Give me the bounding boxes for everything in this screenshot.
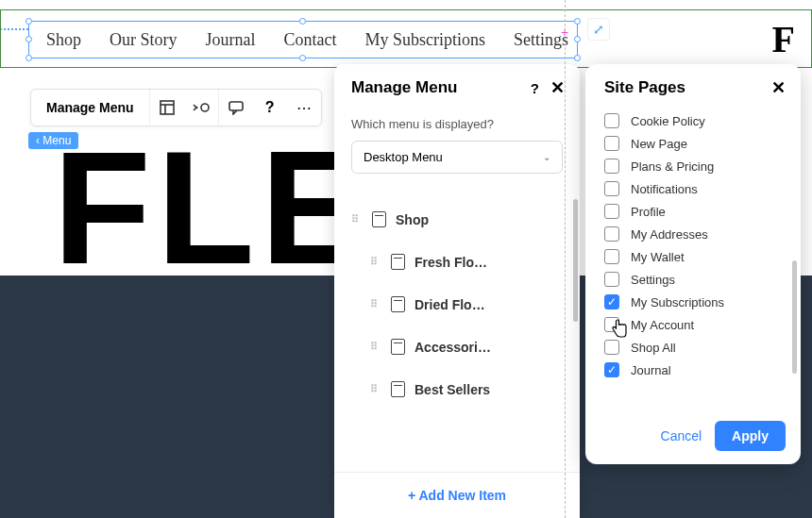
resize-handle[interactable]: [574, 18, 581, 25]
page-label: Plans & Pricing: [631, 159, 714, 174]
page-checkbox-row[interactable]: New Page: [604, 132, 784, 155]
menu-item-label: Accessori…: [414, 340, 491, 355]
page-icon: [391, 296, 405, 312]
page-icon: [391, 254, 405, 270]
dropdown-value: Desktop Menu: [364, 150, 443, 164]
site-pages-panel: Site Pages ✕ Cookie PolicyNew PagePlans …: [585, 64, 801, 464]
resize-handle[interactable]: [574, 36, 581, 42]
checkbox[interactable]: [604, 362, 619, 377]
checkbox[interactable]: [604, 317, 619, 332]
menu-item-label: Shop: [396, 212, 429, 227]
scrollbar-thumb[interactable]: [792, 260, 797, 374]
checkbox[interactable]: [604, 272, 619, 287]
nav-item[interactable]: Journal: [206, 30, 256, 50]
checkbox[interactable]: [604, 340, 619, 355]
chevron-down-icon: ⌄: [543, 152, 550, 162]
checkbox[interactable]: [604, 226, 619, 242]
menu-items-list: ⠿Shop⠿Fresh Flo…⠿Dried Flo…⠿Accessori…⠿B…: [351, 198, 563, 410]
panel-title: Manage Menu: [351, 78, 457, 97]
menu-item-label: Dried Flo…: [414, 297, 485, 312]
nav-item[interactable]: Shop: [46, 30, 81, 50]
checkbox[interactable]: [604, 136, 619, 151]
page-label: New Page: [631, 137, 687, 151]
drag-handle-icon[interactable]: ⠿: [370, 341, 381, 353]
drag-handle-icon[interactable]: ⠿: [351, 213, 363, 226]
checkbox[interactable]: [604, 159, 619, 174]
page-label: Profile: [631, 205, 666, 219]
page-label: Cookie Policy: [631, 114, 705, 128]
brand-letter: F: [772, 17, 795, 61]
add-new-item-button[interactable]: + Add New Item: [334, 472, 580, 518]
menu-item-row[interactable]: ⠿Dried Flo…: [351, 283, 563, 326]
page-label: Shop All: [631, 341, 676, 355]
close-icon[interactable]: ✕: [550, 77, 565, 98]
page-checkbox-row[interactable]: My Subscriptions: [604, 291, 784, 313]
page-checkbox-row[interactable]: My Addresses: [604, 223, 784, 245]
scrollbar-thumb[interactable]: [573, 199, 578, 322]
checkbox[interactable]: [604, 294, 619, 309]
page-label: My Addresses: [631, 227, 708, 242]
page-label: My Account: [631, 318, 694, 332]
page-icon: [391, 381, 405, 397]
resize-handle[interactable]: [25, 36, 32, 42]
svg-point-3: [201, 104, 209, 111]
page-icon: [391, 339, 405, 355]
drag-handle-icon[interactable]: ⠿: [370, 298, 381, 310]
checkbox[interactable]: [604, 113, 619, 128]
page-checkbox-row[interactable]: Journal: [604, 359, 784, 381]
page-label: My Subscriptions: [631, 295, 724, 309]
page-checkbox-row[interactable]: My Wallet: [604, 245, 784, 268]
site-pages-body: Cookie PolicyNew PagePlans & PricingNoti…: [585, 109, 801, 408]
resize-handle[interactable]: [25, 18, 32, 25]
resize-handle[interactable]: [574, 55, 581, 61]
menu-item-row[interactable]: ⠿Accessori…: [351, 326, 563, 368]
page-label: Settings: [631, 273, 675, 287]
checkbox[interactable]: [604, 249, 619, 264]
manage-menu-body: Which menu is displayed? Desktop Menu ⌄ …: [334, 109, 580, 472]
menu-select-dropdown[interactable]: Desktop Menu ⌄: [351, 141, 563, 174]
dropdown-label: Which menu is displayed?: [351, 117, 563, 131]
menu-item-label: Fresh Flo…: [414, 255, 487, 270]
page-checkbox-row[interactable]: Settings: [604, 268, 784, 291]
help-icon[interactable]: ?: [531, 80, 539, 96]
page-label: My Wallet: [631, 250, 685, 264]
page-checkbox-row[interactable]: Profile: [604, 200, 784, 223]
drag-handle-icon[interactable]: ⠿: [370, 256, 381, 268]
panel-title: Site Pages: [604, 78, 685, 97]
menu-item-row[interactable]: ⠿Best Sellers: [351, 368, 563, 410]
resize-handle[interactable]: [299, 55, 306, 61]
manage-menu-panel: Manage Menu ? ✕ Which menu is displayed?…: [334, 64, 580, 518]
page-checkbox-row[interactable]: Cookie Policy: [604, 109, 784, 132]
pages-list: Cookie PolicyNew PagePlans & PricingNoti…: [604, 109, 784, 381]
menu-item-row[interactable]: ⠿Shop: [351, 198, 563, 241]
page-label: Journal: [631, 363, 671, 377]
page-checkbox-row[interactable]: Notifications: [604, 177, 784, 200]
page-icon: [372, 211, 386, 227]
page-checkbox-row[interactable]: My Account: [604, 313, 784, 336]
checkbox[interactable]: [604, 181, 619, 196]
background-hero-text: FLE: [53, 115, 373, 300]
page-checkbox-row[interactable]: Shop All: [604, 336, 784, 359]
vertical-guide: [565, 0, 566, 518]
menu-element-selection[interactable]: Shop Our Story Journal Contact My Subscr…: [28, 21, 578, 58]
checkbox[interactable]: [604, 204, 619, 219]
menu-item-label: Best Sellers: [414, 382, 490, 397]
nav-item[interactable]: My Subscriptions: [365, 30, 486, 50]
close-icon[interactable]: ✕: [771, 77, 786, 98]
page-checkbox-row[interactable]: Plans & Pricing: [604, 155, 784, 177]
apply-button[interactable]: Apply: [715, 421, 786, 451]
resize-handle[interactable]: [25, 55, 32, 61]
page-label: Notifications: [631, 182, 698, 196]
svg-rect-0: [161, 101, 174, 114]
nav-item[interactable]: Contact: [284, 30, 337, 50]
resize-handle[interactable]: [299, 18, 306, 25]
svg-rect-6: [229, 102, 243, 110]
menu-item-row[interactable]: ⠿Fresh Flo…: [351, 241, 563, 283]
drag-handle-icon[interactable]: ⠿: [370, 383, 381, 395]
cancel-button[interactable]: Cancel: [661, 428, 702, 443]
nav-item[interactable]: Settings: [514, 30, 568, 50]
nav-item[interactable]: Our Story: [110, 30, 178, 50]
